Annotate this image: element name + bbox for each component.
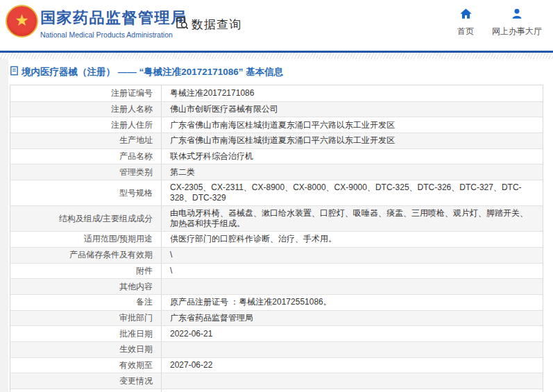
row-value: CX-2305、CX-2311、CX-8900、CX-8000、CX-9000、… [162, 180, 543, 205]
row-label: 其他内容 [10, 279, 162, 294]
row-label: 生效日期 [10, 342, 162, 357]
home-icon [459, 8, 473, 23]
table-row: 适用范围/预期用途供医疗部门的口腔科作诊断、治疗、手术用。 [10, 231, 543, 247]
table-row: 产品储存条件及有效期\ [10, 247, 543, 263]
info-table: 注册证编号粤械注准20172171086注册人名称佛山市创昕医疗器械有限公司注册… [10, 85, 543, 392]
row-value-text: 广东省药品监督管理局 [170, 313, 253, 323]
row-value [162, 279, 543, 294]
row-label: 适用范围/预期用途 [10, 232, 162, 247]
row-label: 附件 [10, 264, 162, 279]
row-value: 佛山市创昕医疗器械有限公司 [162, 102, 543, 117]
row-label: 管理类别 [10, 164, 162, 180]
data-query-section[interactable]: 数据查询 [175, 16, 241, 33]
row-label-text: 适用范围/预期用途 [84, 233, 153, 245]
row-value: 2027-06-22 [162, 358, 543, 373]
row-value-text: 广东省佛山市南海区桂城街道夏东涌口平六路以东工业开发区 [170, 120, 395, 130]
row-label-text: 注册证编号 [111, 87, 153, 99]
row-value-text: 原产品注册证号 ：粤械注准20172551086。 [170, 297, 332, 307]
row-label: 注 [10, 389, 162, 392]
row-value [162, 373, 543, 389]
row-value: 供医疗部门的口腔科作诊断、治疗、手术用。 [162, 232, 543, 247]
table-row: 型号规格CX-2305、CX-2311、CX-8900、CX-8000、CX-9… [10, 180, 543, 205]
table-row: 结构及组成/主要组成成分由电动牙科椅、器械盘、漱口给水装置、口腔灯、吸唾器、痰盂… [10, 205, 543, 231]
table-row: 有效期至2027-06-22 [10, 357, 543, 373]
row-label-text: 生效日期 [119, 343, 153, 355]
row-label: 有效期至 [10, 358, 162, 373]
row-value-text: 2027-06-22 [170, 360, 212, 370]
row-label-text: 型号规格 [119, 187, 153, 199]
nav-service-hall[interactable]: 网上办事大厅 [492, 8, 542, 37]
row-value: 详情 [162, 389, 543, 392]
row-label: 注册人名称 [10, 102, 162, 117]
row-label-text: 备注 [136, 296, 153, 308]
breadcrumb-text: 境内医疗器械（注册） —— “粤械注准20172171086” 基本信息 [22, 66, 283, 78]
row-value: \ [162, 264, 543, 279]
table-row: 其他内容 [10, 278, 543, 294]
row-value-text: 供医疗部门的口腔科作诊断、治疗、手术用。 [170, 234, 337, 244]
row-value-text: 佛山市创昕医疗器械有限公司 [170, 104, 278, 114]
table-row: 生产地址广东省佛山市南海区桂城街道夏东涌口平六路以东工业开发区 [10, 133, 543, 148]
row-value-text: 第二类 [170, 167, 195, 178]
row-value-text: CX-2305、CX-2311、CX-8900、CX-8000、CX-9000、… [170, 182, 536, 203]
row-label: 批准日期 [10, 326, 162, 341]
row-label: 生产地址 [10, 133, 162, 148]
row-value-text: \ [170, 250, 172, 260]
row-value: 第二类 [162, 164, 543, 180]
row-label-text: 注册人名称 [111, 103, 153, 115]
row-value: 粤械注准20172171086 [162, 85, 543, 101]
data-query-label: 数据查询 [192, 17, 241, 33]
row-label: 审批部门 [10, 311, 162, 326]
row-value: 联体式牙科综合治疗机 [162, 149, 543, 164]
row-value-text: 粤械注准20172171086 [170, 88, 254, 99]
agency-name-en: National Medical Products Administration [40, 31, 187, 39]
row-value: 由电动牙科椅、器械盘、漱口给水装置、口腔灯、吸唾器、痰盂、三用喷枪、观片灯、脚踏… [162, 206, 543, 231]
document-icon [10, 66, 19, 78]
row-label-text: 附件 [136, 265, 153, 277]
row-label: 注册人住所 [10, 117, 162, 133]
row-value-text: \ [170, 266, 172, 276]
row-label-text: 产品名称 [119, 151, 153, 162]
row-label-text: 结构及组成/主要组成成分 [59, 213, 153, 225]
site-header: ★ 国家药品监督管理局 National Medical Products Ad… [0, 0, 553, 51]
table-row: 批准日期2022-06-21 [10, 325, 543, 341]
emblem-star-icon: ★ [15, 12, 29, 28]
row-label: 变更情况 [10, 373, 162, 389]
row-label-text: 变更情况 [119, 375, 153, 387]
nav-home-label: 首页 [457, 26, 474, 37]
national-emblem-icon: ★ [6, 5, 38, 37]
row-value: 广东省药品监督管理局 [162, 311, 543, 326]
row-value: 广东省佛山市南海区桂城街道夏东涌口平六路以东工业开发区 [162, 117, 543, 133]
table-row: 产品名称联体式牙科综合治疗机 [10, 148, 543, 164]
table-row: 附件\ [10, 263, 543, 279]
row-value: 原产品注册证号 ：粤械注准20172551086。 [162, 295, 543, 310]
row-value [162, 342, 543, 357]
table-row: 备注原产品注册证号 ：粤械注准20172551086。 [10, 294, 543, 310]
agency-name-cn: 国家药品监督管理局 [40, 8, 187, 28]
table-row: 注详情 [10, 389, 543, 392]
row-value: 2022-06-21 [162, 326, 543, 341]
row-label-text: 管理类别 [119, 167, 153, 178]
nav-service-hall-label: 网上办事大厅 [492, 26, 542, 37]
table-row: 审批部门广东省药品监督管理局 [10, 310, 543, 326]
row-label: 产品名称 [10, 149, 162, 164]
row-label: 结构及组成/主要组成成分 [10, 206, 162, 231]
row-label: 备注 [10, 295, 162, 310]
top-nav: 首页 网上办事大厅 [457, 8, 542, 37]
nav-home[interactable]: 首页 [457, 8, 474, 37]
row-value-text: 广东省佛山市南海区桂城街道夏东涌口平六路以东工业开发区 [170, 135, 395, 146]
table-row: 注册人名称佛山市创昕医疗器械有限公司 [10, 101, 543, 117]
table-row: 变更情况 [10, 373, 543, 389]
row-label-text: 其他内容 [119, 281, 153, 293]
table-row: 注册人住所广东省佛山市南海区桂城街道夏东涌口平六路以东工业开发区 [10, 117, 543, 133]
row-value: \ [162, 248, 543, 263]
row-label-text: 产品储存条件及有效期 [69, 249, 153, 261]
row-label-text: 生产地址 [119, 135, 153, 146]
breadcrumb: 境内医疗器械（注册） —— “粤械注准20172171086” 基本信息 [10, 66, 543, 78]
row-value-text: 联体式牙科综合治疗机 [170, 151, 253, 162]
row-label-text: 有效期至 [119, 359, 153, 371]
table-row: 管理类别第二类 [10, 164, 543, 180]
row-value-text: 2022-06-21 [170, 329, 212, 339]
hatch-band [0, 53, 553, 59]
left-page-margin [0, 59, 8, 392]
agency-brand: 国家药品监督管理局 National Medical Products Admi… [40, 8, 187, 39]
